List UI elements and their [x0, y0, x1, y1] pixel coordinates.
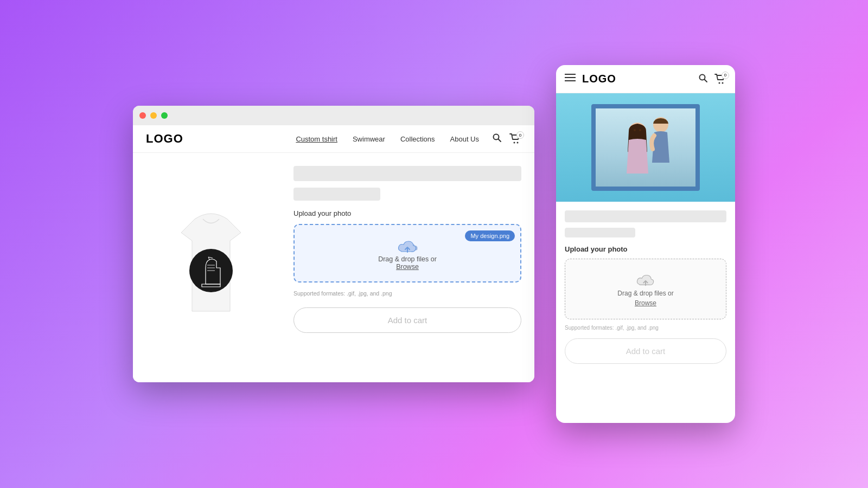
mobile-nav-icons: 0 — [698, 73, 726, 85]
mobile-cloud-upload-icon — [635, 270, 656, 288]
mobile-drag-text: Drag & drop files or — [617, 290, 673, 297]
product-price-skeleton — [293, 188, 380, 201]
cart-icon[interactable]: 0 — [509, 133, 521, 144]
close-dot[interactable] — [139, 112, 146, 119]
mobile-browse-link[interactable]: Browse — [635, 299, 656, 307]
mobile-add-to-cart-button[interactable]: Add to cart — [565, 338, 726, 364]
product-image-area — [146, 166, 276, 369]
mobile-nav: LOGO 0 — [556, 65, 735, 93]
upload-browse-link[interactable]: Browse — [396, 263, 419, 271]
photo-frame — [591, 104, 700, 191]
cart-count: 0 — [516, 131, 524, 139]
maximize-dot[interactable] — [161, 112, 168, 119]
svg-point-15 — [722, 82, 724, 84]
svg-point-2 — [514, 142, 515, 144]
svg-point-19 — [634, 129, 636, 131]
mobile-price-skeleton — [565, 228, 635, 237]
product-title-skeleton — [293, 166, 521, 181]
upload-drag-text: Drag & drop files or Browse — [378, 255, 437, 271]
mobile-upload-zone[interactable]: Drag & drop files or Browse — [565, 259, 726, 319]
svg-line-13 — [705, 79, 707, 82]
minimize-dot[interactable] — [150, 112, 157, 119]
mobile-upload-drag-text: Drag & drop files or Browse — [617, 288, 673, 308]
desktop-nav: LOGO Custom tshirt Swimwear Collections … — [133, 125, 534, 153]
desktop-nav-icons: 0 — [492, 133, 521, 145]
mobile-cart-icon[interactable]: 0 — [714, 74, 726, 85]
desktop-logo: LOGO — [146, 132, 183, 146]
svg-point-20 — [639, 129, 641, 131]
upload-section-label: Upload your photo — [293, 209, 521, 217]
cloud-upload-icon — [397, 236, 418, 255]
mobile-window: LOGO 0 — [556, 65, 735, 423]
mobile-supported-formats: Supported formates: .gif, .jpg, and .png — [565, 325, 726, 331]
drag-text: Drag & drop files or — [378, 255, 437, 263]
mobile-hero-image — [556, 93, 735, 202]
supported-formats: Supported formates: .gif, .jpg, and .png — [293, 290, 521, 297]
nav-link-about[interactable]: About Us — [450, 135, 479, 143]
nav-link-custom-tshirt[interactable]: Custom tshirt — [296, 135, 337, 143]
tshirt-image — [157, 208, 265, 328]
desktop-nav-links: Custom tshirt Swimwear Collections About… — [296, 135, 479, 143]
nav-link-swimwear[interactable]: Swimwear — [353, 135, 385, 143]
svg-point-14 — [719, 82, 720, 84]
svg-line-1 — [499, 139, 501, 142]
hamburger-icon[interactable] — [565, 73, 576, 85]
mobile-cart-count: 0 — [722, 72, 729, 79]
window-titlebar — [133, 106, 534, 125]
svg-point-3 — [517, 142, 519, 144]
uploaded-file-badge: My design.png — [465, 230, 515, 241]
nav-link-collections[interactable]: Collections — [400, 135, 435, 143]
desktop-window: LOGO Custom tshirt Swimwear Collections … — [133, 106, 534, 382]
upload-zone[interactable]: Drag & drop files or Browse My design.pn… — [293, 224, 521, 282]
mobile-content: Upload your photo Drag & drop files or B… — [556, 202, 735, 373]
mobile-upload-label: Upload your photo — [565, 245, 726, 253]
mobile-logo: LOGO — [582, 73, 698, 85]
product-form: Upload your photo Drag & drop files or B… — [293, 166, 521, 369]
couple-photo — [596, 108, 695, 187]
add-to-cart-button[interactable]: Add to cart — [293, 307, 521, 333]
mobile-title-skeleton — [565, 210, 726, 222]
mobile-search-icon[interactable] — [698, 73, 708, 85]
desktop-main: Upload your photo Drag & drop files or B… — [133, 153, 534, 382]
window-content: LOGO Custom tshirt Swimwear Collections … — [133, 125, 534, 382]
search-icon[interactable] — [492, 133, 502, 145]
